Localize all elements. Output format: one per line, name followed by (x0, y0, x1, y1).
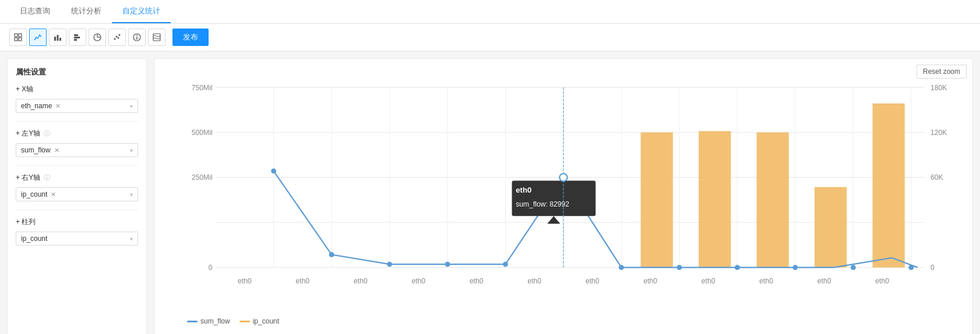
svg-text:eth0: eth0 (875, 277, 889, 285)
svg-rect-6 (59, 38, 61, 41)
svg-text:0: 0 (930, 264, 935, 272)
divider-2 (16, 165, 138, 166)
svg-text:sum_flow: 82992: sum_flow: 82992 (516, 200, 569, 208)
right-y-axis-select[interactable]: ip_count ✕ ▾ (16, 187, 138, 201)
svg-rect-4 (54, 37, 56, 41)
svg-point-14 (116, 36, 118, 38)
x-axis-value: eth_name ✕ (21, 102, 61, 110)
svg-point-60 (792, 265, 798, 270)
x-axis-select[interactable]: eth_name ✕ ▾ (16, 99, 138, 113)
legend-sum-flow: sum_flow (187, 317, 230, 325)
svg-text:500Mil: 500Mil (192, 129, 213, 137)
left-y-axis-select[interactable]: sum_flow ✕ ▾ (16, 143, 138, 157)
svg-text:eth0: eth0 (411, 277, 425, 285)
column-section: + 柱列 ip_count ▾ (16, 217, 138, 246)
svg-text:eth0: eth0 (296, 277, 310, 285)
legend-dot-sum-flow (187, 321, 198, 322)
svg-rect-3 (19, 38, 22, 41)
svg-point-62 (908, 265, 914, 270)
divider-1 (16, 121, 138, 122)
svg-rect-7 (74, 34, 78, 36)
chart-area: 750Mil 500Mil 250Mil 0 180K 120K 60K 0 (164, 68, 963, 312)
x-axis-label[interactable]: + X轴 (16, 84, 138, 94)
svg-text:eth0: eth0 (354, 277, 368, 285)
svg-point-59 (735, 265, 740, 270)
left-y-axis-info-icon: ⓘ (44, 130, 50, 137)
left-y-axis-remove[interactable]: ✕ (54, 147, 59, 154)
svg-rect-2 (15, 38, 17, 41)
svg-text:eth0: eth0 (759, 277, 773, 285)
svg-rect-48 (757, 133, 789, 268)
tool-map[interactable] (148, 29, 165, 46)
tool-line-chart[interactable] (29, 29, 47, 46)
svg-text:eth0: eth0 (701, 277, 715, 285)
tool-scatter[interactable] (108, 29, 126, 46)
right-y-axis-dropdown-arrow: ▾ (130, 191, 133, 198)
column-select[interactable]: ip_count ▾ (16, 232, 138, 246)
tab-log-query[interactable]: 日志查询 (9, 0, 61, 23)
svg-text:eth0: eth0 (817, 277, 831, 285)
left-panel: 属性设置 + X轴 eth_name ✕ ▾ + 左Y轴 ⓘ (7, 58, 147, 334)
column-dropdown-arrow: ▾ (130, 236, 133, 242)
svg-point-61 (851, 265, 856, 270)
column-label[interactable]: + 柱列 (16, 217, 138, 227)
svg-marker-78 (547, 216, 560, 223)
svg-text:eth0: eth0 (238, 277, 252, 285)
main-content: 属性设置 + X轴 eth_name ✕ ▾ + 左Y轴 ⓘ (0, 51, 980, 334)
legend-ip-count: ip_count (239, 317, 279, 325)
svg-point-55 (503, 262, 508, 267)
tab-custom-stat[interactable]: 自定义统计 (112, 0, 171, 23)
publish-button[interactable]: 发布 (172, 29, 209, 46)
right-y-axis-remove[interactable]: ✕ (51, 191, 56, 198)
chart-legend: sum_flow ip_count (164, 317, 963, 325)
svg-text:180K: 180K (930, 84, 947, 92)
svg-rect-5 (57, 35, 59, 41)
tool-pie-chart[interactable] (89, 29, 106, 46)
right-y-axis-info-icon: ⓘ (44, 174, 50, 181)
svg-point-16 (119, 34, 121, 36)
svg-text:eth0: eth0 (470, 277, 484, 285)
svg-text:120K: 120K (930, 129, 947, 137)
svg-text:750Mil: 750Mil (192, 84, 213, 92)
svg-text:0: 0 (209, 264, 213, 272)
svg-rect-1 (19, 34, 22, 37)
top-tabs: 日志查询 统计分析 自定义统计 (0, 0, 980, 24)
tool-info[interactable] (128, 29, 146, 46)
left-y-axis-label[interactable]: + 左Y轴 ⓘ (16, 129, 138, 138)
right-panel: Reset zoom (154, 58, 973, 334)
svg-point-51 (271, 168, 276, 173)
right-y-axis-value: ip_count ✕ (21, 190, 56, 198)
svg-rect-9 (74, 39, 77, 41)
right-y-axis-label[interactable]: + 右Y轴 ⓘ (16, 173, 138, 183)
svg-point-15 (118, 37, 119, 39)
svg-rect-47 (699, 131, 731, 267)
x-axis-remove[interactable]: ✕ (55, 102, 61, 110)
svg-rect-20 (153, 34, 160, 41)
svg-point-19 (136, 35, 138, 36)
tab-stat-analysis[interactable]: 统计分析 (61, 0, 112, 23)
svg-point-52 (329, 252, 334, 257)
svg-text:250Mil: 250Mil (192, 173, 213, 182)
svg-rect-46 (641, 133, 673, 268)
toolbar: 发布 (0, 24, 980, 51)
svg-point-54 (445, 262, 450, 267)
x-axis-dropdown-arrow: ▾ (130, 103, 133, 109)
svg-point-58 (677, 265, 682, 270)
chart-svg: 750Mil 500Mil 250Mil 0 180K 120K 60K 0 (164, 68, 963, 312)
svg-point-13 (114, 38, 116, 40)
tool-bar-chart[interactable] (49, 29, 66, 46)
svg-point-53 (387, 262, 392, 267)
svg-text:eth0: eth0 (516, 186, 531, 194)
svg-text:eth0: eth0 (643, 277, 657, 285)
svg-point-57 (619, 265, 624, 270)
tool-hbar-chart[interactable] (69, 29, 86, 46)
svg-rect-49 (815, 187, 847, 267)
divider-3 (16, 209, 138, 210)
svg-rect-50 (873, 104, 905, 268)
svg-point-80 (559, 173, 567, 181)
column-value: ip_count (21, 234, 47, 243)
svg-rect-8 (74, 37, 80, 38)
panel-title: 属性设置 (16, 67, 138, 77)
svg-text:60K: 60K (930, 173, 943, 182)
tool-table[interactable] (9, 29, 27, 46)
